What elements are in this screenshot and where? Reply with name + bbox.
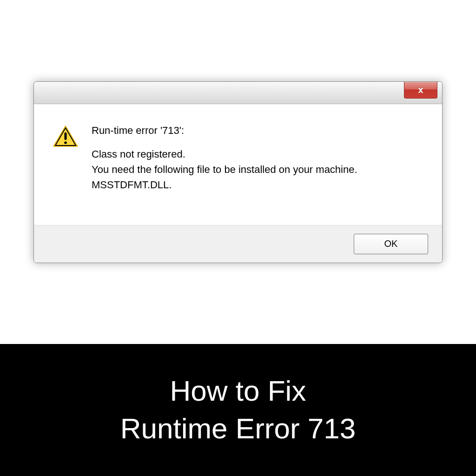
warning-icon <box>53 125 79 150</box>
banner-line-2: Runtime Error 713 <box>120 410 356 448</box>
banner-line-1: How to Fix <box>120 372 356 410</box>
banner-area: How to Fix Runtime Error 713 <box>0 344 476 476</box>
error-line-3: MSSTDFMT.DLL. <box>92 177 428 192</box>
title-bar: x <box>34 82 442 104</box>
error-line-2: You need the following file to be instal… <box>92 162 428 177</box>
error-message: Run-time error '713': Class not register… <box>92 123 428 192</box>
svg-point-1 <box>64 141 67 144</box>
ok-button[interactable]: OK <box>354 234 428 254</box>
close-button[interactable]: x <box>404 82 437 99</box>
svg-rect-0 <box>65 132 67 140</box>
upper-background: x Run-time error '713': Class not regist… <box>0 0 476 344</box>
error-heading: Run-time error '713': <box>92 123 428 138</box>
error-line-1: Class not registered. <box>92 146 428 162</box>
banner-title: How to Fix Runtime Error 713 <box>120 372 356 447</box>
dialog-footer: OK <box>34 225 442 263</box>
dialog-body: Run-time error '713': Class not register… <box>34 104 442 225</box>
error-dialog: x Run-time error '713': Class not regist… <box>33 81 443 263</box>
close-icon: x <box>418 85 423 95</box>
